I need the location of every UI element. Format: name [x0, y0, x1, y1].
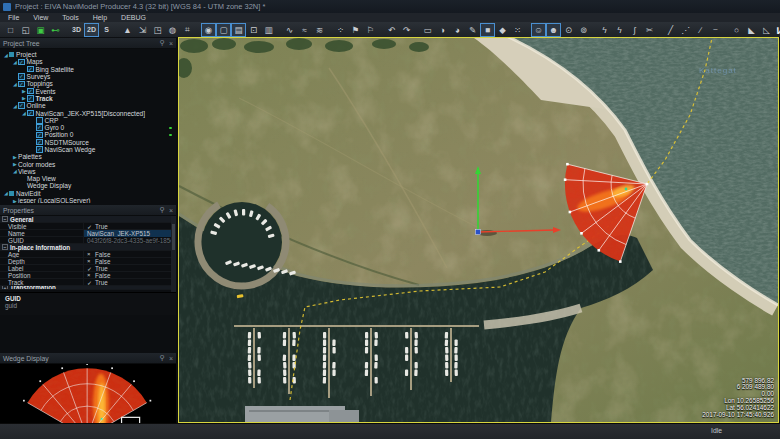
toolbar-node-tool-1[interactable]: ⊙: [561, 23, 576, 37]
pin-icon[interactable]: ⚲: [160, 354, 165, 362]
tree-checkbox[interactable]: ✓: [27, 88, 34, 95]
toolbar-scatter-points[interactable]: ⁙: [510, 23, 525, 37]
toolbar-smiley-filter-1[interactable]: ☺: [531, 23, 546, 37]
toolbar-connect-naviscan[interactable]: ⊷: [48, 23, 63, 37]
property-value[interactable]: ×False: [84, 272, 176, 279]
tree-checkbox[interactable]: ✓: [36, 132, 43, 139]
toolbar-profile-view-3[interactable]: ≋: [312, 23, 327, 37]
toolbar-globe-view[interactable]: ◉: [201, 23, 216, 37]
pin-icon[interactable]: ⚲: [160, 206, 165, 214]
toolbar-profile-view-1[interactable]: ∿: [282, 23, 297, 37]
toolbar-wireframe-box[interactable]: ◳: [150, 23, 165, 37]
tree-item[interactable]: ◢NaviEdit: [0, 190, 176, 197]
menu-tools[interactable]: Tools: [62, 14, 78, 21]
toolbar-camera-capture[interactable]: ⊡: [246, 23, 261, 37]
tree-checkbox[interactable]: ✓: [27, 66, 34, 73]
tree-checkbox[interactable]: [36, 117, 43, 124]
tree-item[interactable]: ▶Palettes: [0, 153, 176, 160]
tree-item[interactable]: ✓NaviScan Wedge: [0, 146, 176, 153]
property-value[interactable]: ✓True: [84, 223, 176, 230]
tree-item[interactable]: Map View: [0, 175, 176, 182]
toolbar-draw-line[interactable]: ⋰: [678, 23, 693, 37]
toolbar-view-3d[interactable]: 3D: [69, 23, 84, 37]
toolbar-rect-select[interactable]: ▭: [420, 23, 435, 37]
toolbar-grid-toggle[interactable]: ⌗: [180, 23, 195, 37]
toolbar-segment-line[interactable]: ⎯: [708, 23, 723, 37]
toolbar-route-zigzag-1[interactable]: ϟ: [597, 23, 612, 37]
tree-checkbox[interactable]: ✓: [36, 146, 43, 153]
toolbar-palette-tool[interactable]: ◕: [450, 23, 465, 37]
close-icon[interactable]: ×: [169, 40, 173, 47]
toolbar-view-2d[interactable]: 2D: [84, 23, 99, 37]
property-row[interactable]: Track✓True: [0, 279, 176, 286]
tree-item[interactable]: ◢✓Online: [0, 102, 176, 109]
toolbar-eiva-logo[interactable]: VA: [773, 23, 780, 37]
close-icon[interactable]: ×: [169, 207, 173, 214]
tree-item[interactable]: ▶jesper (LocalSQLServer): [0, 197, 176, 203]
tree-checkbox[interactable]: ✓: [18, 59, 25, 66]
toolbar-cut-route[interactable]: ✂: [642, 23, 657, 37]
tree-checkbox[interactable]: ✓: [27, 110, 34, 117]
property-value[interactable]: ×False: [84, 258, 176, 265]
tree-checkbox[interactable]: ✓: [18, 73, 25, 80]
tree-item[interactable]: ◢✓Toppings: [0, 80, 176, 87]
toolbar-new-project[interactable]: □: [3, 23, 18, 37]
property-group-row[interactable]: +Transformation: [0, 286, 176, 290]
menu-debug[interactable]: DEBUG: [121, 14, 146, 21]
tree-item[interactable]: ✓Bing Satellite: [0, 66, 176, 73]
toolbar-rope-tool[interactable]: ∫: [627, 23, 642, 37]
toolbar-profile-view-2[interactable]: ≈: [297, 23, 312, 37]
tree-checkbox[interactable]: ✓: [36, 124, 43, 131]
menu-view[interactable]: View: [33, 14, 48, 21]
toolbar-waypoint-route[interactable]: ⁘: [333, 23, 348, 37]
tree-checkbox[interactable]: ✓: [18, 81, 25, 88]
property-value[interactable]: ×False: [84, 251, 176, 258]
tree-item[interactable]: Wedge Display: [0, 182, 176, 189]
toolbar-fill-square[interactable]: ■: [480, 23, 495, 37]
toolbar-import-data[interactable]: ⇲: [135, 23, 150, 37]
toolbar-picker-tool[interactable]: ◆: [495, 23, 510, 37]
tree-item[interactable]: ◢✓NaviScan_JEK-XP515[Disconnected]: [0, 109, 176, 116]
toolbar-open-project[interactable]: ◱: [18, 23, 33, 37]
tree-item[interactable]: CRP: [0, 117, 176, 124]
collapse-box-icon[interactable]: −: [2, 244, 8, 250]
tree-item[interactable]: ◢Project: [0, 51, 176, 58]
toolbar-dotted-line[interactable]: ∕: [693, 23, 708, 37]
pin-icon[interactable]: ⚲: [160, 39, 165, 47]
tree-item[interactable]: ◢Views: [0, 168, 176, 175]
toolbar-node-tool-2[interactable]: ⊚: [576, 23, 591, 37]
tree-item[interactable]: ✓Gyro 0: [0, 124, 176, 131]
tree-checkbox[interactable]: ✓: [18, 102, 25, 109]
tree-item[interactable]: ▶✓Track: [0, 95, 176, 102]
property-value[interactable]: ✓True: [84, 265, 176, 272]
toolbar-measure-line[interactable]: ╱: [663, 23, 678, 37]
tree-item[interactable]: ✓Position 0: [0, 131, 176, 138]
toolbar-view-survey[interactable]: S: [99, 23, 114, 37]
toolbar-slope-curve-2[interactable]: ◺: [759, 23, 774, 37]
tree-checkbox[interactable]: ✓: [27, 95, 34, 102]
tree-item[interactable]: ✓NSDTMSource: [0, 139, 176, 146]
property-value[interactable]: ✓True: [84, 279, 176, 286]
toolbar-circle-tool[interactable]: ○: [729, 23, 744, 37]
toolbar-smiley-filter-2[interactable]: ☻: [546, 23, 561, 37]
tree-checkbox[interactable]: ✓: [36, 139, 43, 146]
toolbar-position-pin[interactable]: ⚑: [348, 23, 363, 37]
tree-item[interactable]: ✓Surveys: [0, 73, 176, 80]
toolbar-undo[interactable]: ↶: [384, 23, 399, 37]
collapse-box-icon[interactable]: +: [2, 286, 8, 290]
toolbar-position-pin-query[interactable]: ⚐: [363, 23, 378, 37]
toolbar-redo[interactable]: ↷: [399, 23, 414, 37]
toolbar-hand-edit[interactable]: ✎: [465, 23, 480, 37]
toolbar-save-project[interactable]: ▣: [33, 23, 48, 37]
collapse-box-icon[interactable]: −: [2, 216, 8, 222]
toolbar-light-bulb[interactable]: ◍: [165, 23, 180, 37]
menu-file[interactable]: File: [8, 14, 19, 21]
toolbar-image-view[interactable]: ▤: [231, 23, 246, 37]
toolbar-pointer-tool[interactable]: ▲: [120, 23, 135, 37]
toolbar-contrast-mode[interactable]: ◑: [435, 23, 450, 37]
toolbar-screen-view[interactable]: ▢: [216, 23, 231, 37]
map-view[interactable]: Kattegat 579 896.82 6 209 489.80 0.00 Lo…: [178, 37, 779, 423]
properties-scrollbar[interactable]: [171, 216, 176, 293]
property-value[interactable]: 043f26f8-2dc3-4335-ae9f-185e877b2686: [84, 237, 176, 244]
property-value[interactable]: NaviScan_JEK-XP515: [84, 230, 176, 237]
